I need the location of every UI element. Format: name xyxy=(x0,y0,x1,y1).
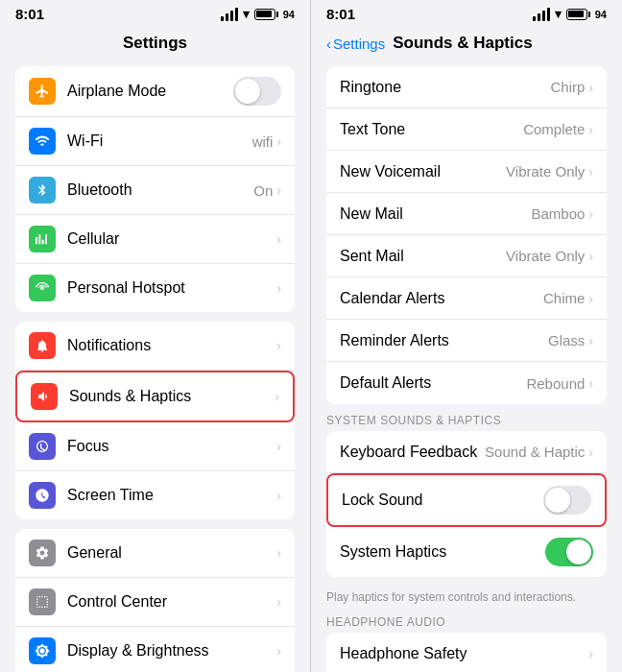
sounds-label: Sounds & Haptics xyxy=(69,388,275,405)
right-status-bar: 8:01 ▾ 94 xyxy=(311,0,622,26)
system-sounds-label: SYSTEM SOUNDS & HAPTICS xyxy=(311,414,622,427)
right-battery-label: 94 xyxy=(595,9,607,20)
hotspot-icon xyxy=(29,275,56,301)
bluetooth-label: Bluetooth xyxy=(67,181,253,199)
display-icon xyxy=(29,637,56,664)
calendaralerts-value: Chime xyxy=(543,290,585,306)
reminderalerts-label: Reminder Alerts xyxy=(340,332,548,349)
left-panel: 8:01 ▾ 94 Settings xyxy=(0,0,311,672)
headphone-label: HEADPHONE AUDIO xyxy=(311,615,622,629)
screentime-label: Screen Time xyxy=(67,487,276,504)
tone-settings-group: Ringtone Chirp › Text Tone Complete › Ne… xyxy=(326,66,607,404)
svg-point-0 xyxy=(40,286,44,290)
cellular-chevron: › xyxy=(276,231,281,247)
row-locksound[interactable]: Lock Sound xyxy=(326,473,607,527)
locksound-label: Lock Sound xyxy=(342,492,543,509)
row-ringtone[interactable]: Ringtone Chirp › xyxy=(326,66,607,108)
row-focus[interactable]: Focus › xyxy=(15,422,295,471)
row-headphonesafety[interactable]: Headphone Safety › xyxy=(326,633,607,672)
battery-icon xyxy=(254,9,278,20)
settings-group-connectivity: Airplane Mode Wi-Fi wifi › Bluetooth xyxy=(15,66,295,312)
defaultalerts-chevron: › xyxy=(588,375,593,391)
row-sentmail[interactable]: Sent Mail Vibrate Only › xyxy=(326,235,607,277)
right-panel: 8:01 ▾ 94 ‹ Settings Sounds & Haptics xyxy=(311,0,622,672)
row-controlcenter[interactable]: Control Center › xyxy=(15,578,295,627)
sentmail-label: Sent Mail xyxy=(340,248,506,265)
systemhaptics-toggle[interactable] xyxy=(545,538,593,566)
headphonesafety-label: Headphone Safety xyxy=(340,645,588,662)
right-settings-list: Ringtone Chirp › Text Tone Complete › Ne… xyxy=(311,59,622,672)
settings-group-device: General › Control Center › Display & Bri… xyxy=(15,529,295,672)
row-systemhaptics[interactable]: System Haptics xyxy=(326,527,607,577)
row-defaultalerts[interactable]: Default Alerts Rebound › xyxy=(326,362,607,404)
left-status-bar: 8:01 ▾ 94 xyxy=(0,0,310,26)
wifi-label: Wi-Fi xyxy=(67,132,252,150)
calendaralerts-label: Calendar Alerts xyxy=(340,290,543,307)
row-bluetooth[interactable]: Bluetooth On › xyxy=(15,166,295,215)
display-chevron: › xyxy=(276,643,281,659)
row-calendaralerts[interactable]: Calendar Alerts Chime › xyxy=(326,277,607,320)
right-panel-title: Sounds & Haptics xyxy=(393,34,532,53)
row-keyboardfeedback[interactable]: Keyboard Feedback Sound & Haptic › xyxy=(326,431,607,473)
back-chevron-icon: ‹ xyxy=(326,36,331,52)
sounds-chevron: › xyxy=(275,389,279,404)
row-screentime[interactable]: Screen Time › xyxy=(15,471,295,519)
focus-label: Focus xyxy=(67,438,276,455)
cellular-label: Cellular xyxy=(67,230,276,248)
keyboardfeedback-value: Sound & Haptic xyxy=(485,444,585,460)
newmail-value: Bamboo xyxy=(531,205,585,222)
airplane-toggle[interactable] xyxy=(233,77,281,106)
bluetooth-icon xyxy=(29,177,56,204)
calendaralerts-chevron: › xyxy=(588,291,593,306)
texttone-value: Complete xyxy=(523,121,585,137)
ringtone-chevron: › xyxy=(588,80,593,95)
row-newvoicemail[interactable]: New Voicemail Vibrate Only › xyxy=(326,151,607,193)
newvoicemail-chevron: › xyxy=(588,164,593,180)
row-display[interactable]: Display & Brightness › xyxy=(15,627,295,672)
newvoicemail-label: New Voicemail xyxy=(340,163,506,180)
sounds-icon xyxy=(31,383,58,410)
ringtone-value: Chirp xyxy=(550,79,585,95)
wifi-value: wifi xyxy=(252,133,274,150)
wifi-chevron: › xyxy=(276,133,281,149)
row-hotspot[interactable]: Personal Hotspot › xyxy=(15,264,295,312)
row-airplane[interactable]: Airplane Mode xyxy=(15,66,295,117)
notifications-label: Notifications xyxy=(67,337,276,354)
right-battery-icon xyxy=(566,9,590,20)
right-signal-icon xyxy=(533,8,550,21)
controlcenter-label: Control Center xyxy=(67,593,276,611)
airplane-label: Airplane Mode xyxy=(67,83,233,100)
row-texttone[interactable]: Text Tone Complete › xyxy=(326,108,607,151)
newvoicemail-value: Vibrate Only xyxy=(506,163,585,180)
ringtone-label: Ringtone xyxy=(340,79,550,96)
sentmail-chevron: › xyxy=(588,249,593,264)
row-newmail[interactable]: New Mail Bamboo › xyxy=(326,193,607,235)
keyboardfeedback-label: Keyboard Feedback xyxy=(340,444,485,461)
row-general[interactable]: General › xyxy=(15,529,295,578)
row-sounds[interactable]: Sounds & Haptics › xyxy=(15,371,295,422)
general-label: General xyxy=(67,544,276,562)
systemhaptics-label: System Haptics xyxy=(340,543,545,561)
row-cellular[interactable]: Cellular › xyxy=(15,215,295,264)
controlcenter-icon xyxy=(29,588,56,615)
locksound-toggle[interactable] xyxy=(543,486,591,515)
right-wifi-icon: ▾ xyxy=(555,7,562,21)
display-label: Display & Brightness xyxy=(67,642,276,660)
row-wifi[interactable]: Wi-Fi wifi › xyxy=(15,117,295,166)
settings-group-main: Notifications › Sounds & Haptics › Focus… xyxy=(15,322,295,519)
right-status-icons: ▾ 94 xyxy=(533,7,607,21)
headphonesafety-chevron: › xyxy=(588,646,593,661)
left-status-icons: ▾ 94 xyxy=(221,7,295,21)
right-nav-header: ‹ Settings Sounds & Haptics xyxy=(311,26,622,59)
airplane-icon xyxy=(29,78,56,105)
keyboardfeedback-chevron: › xyxy=(588,444,593,460)
row-notifications[interactable]: Notifications › xyxy=(15,322,295,371)
general-icon xyxy=(29,540,56,566)
row-reminderalerts[interactable]: Reminder Alerts Glass › xyxy=(326,320,607,362)
back-button[interactable]: ‹ Settings xyxy=(326,36,385,52)
left-time: 8:01 xyxy=(15,6,44,22)
reminderalerts-chevron: › xyxy=(588,333,593,348)
reminderalerts-value: Glass xyxy=(548,332,585,348)
wifi-setting-icon xyxy=(29,128,56,155)
defaultalerts-value: Rebound xyxy=(526,375,585,392)
